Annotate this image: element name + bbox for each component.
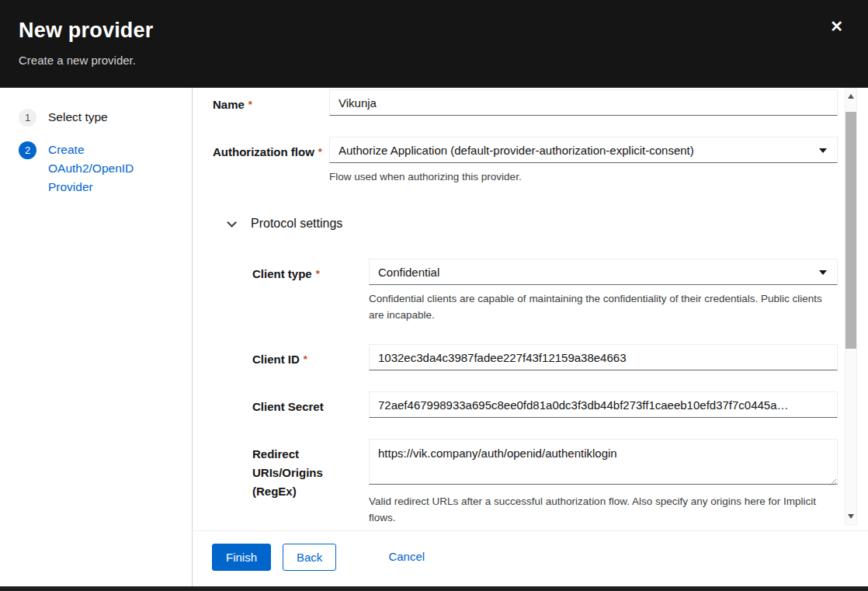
chevron-down-icon: [227, 217, 237, 228]
redirect-uris-textarea[interactable]: https://vik.company/auth/openid/authenti…: [369, 439, 838, 485]
step-label: Create OAuth2/OpenID Provider: [48, 141, 145, 196]
modal-title: New provider: [19, 19, 868, 43]
wizard-content: Name* Authorization flow* Authorize Appl…: [193, 88, 868, 586]
form-row-client-secret: Client Secret: [213, 391, 838, 418]
name-label: Name*: [213, 89, 329, 116]
form-row-client-id: Client ID*: [213, 344, 838, 370]
authorization-flow-select[interactable]: Authorize Application (default-provider-…: [329, 137, 838, 163]
client-id-input[interactable]: [369, 344, 838, 370]
close-button[interactable]: ✕: [830, 19, 843, 34]
client-secret-input[interactable]: [369, 391, 838, 418]
protocol-settings-toggle[interactable]: Protocol settings: [227, 217, 838, 231]
authorization-flow-help: Flow used when authorizing this provider…: [329, 169, 838, 185]
required-asterisk: *: [316, 268, 320, 280]
form-row-name: Name*: [213, 89, 838, 116]
form-row-client-type: Client type* Confidential Confidential c…: [213, 259, 838, 323]
page-backdrop: [0, 586, 868, 591]
wizard-step-select-type[interactable]: 1 Select type: [19, 108, 179, 127]
authorization-flow-label: Authorization flow*: [213, 137, 329, 185]
step-number-badge: 2: [19, 141, 36, 159]
cancel-button[interactable]: Cancel: [385, 544, 428, 569]
required-asterisk: *: [318, 146, 322, 158]
dropdown-caret-icon: [819, 270, 827, 275]
dropdown-caret-icon: [819, 148, 827, 153]
client-type-label: Client type*: [252, 259, 369, 323]
finish-button[interactable]: Finish: [212, 544, 271, 571]
step-label: Select type: [48, 108, 108, 127]
back-button[interactable]: Back: [283, 544, 336, 571]
scrollbar-down-arrow-icon[interactable]: [848, 514, 854, 519]
scrollbar[interactable]: [845, 88, 857, 525]
selected-option: Confidential: [378, 266, 439, 279]
modal-header: New provider Create a new provider. ✕: [0, 0, 868, 88]
step-number-badge: 1: [19, 109, 36, 127]
scrollbar-thumb[interactable]: [845, 112, 856, 349]
close-icon: ✕: [830, 18, 843, 35]
client-type-help: Confidential clients are capable of main…: [369, 290, 838, 323]
name-input[interactable]: [329, 89, 838, 116]
form-row-redirect-uris: Redirect URIs/Origins (RegEx) https://vi…: [213, 439, 838, 526]
wizard-sidebar: 1 Select type 2 Create OAuth2/OpenID Pro…: [0, 88, 193, 586]
required-asterisk: *: [304, 353, 307, 365]
selected-option: Authorize Application (default-provider-…: [339, 144, 694, 157]
redirect-uris-help: Valid redirect URLs after a successful a…: [369, 493, 838, 526]
client-id-label: Client ID*: [252, 344, 369, 370]
scrollbar-up-arrow-icon[interactable]: [848, 94, 854, 99]
wizard-step-create-provider[interactable]: 2 Create OAuth2/OpenID Provider: [19, 141, 179, 196]
required-asterisk: *: [248, 99, 252, 110]
protocol-settings-title: Protocol settings: [251, 217, 342, 231]
new-provider-modal: New provider Create a new provider. ✕ 1 …: [0, 0, 868, 591]
modal-subtitle: Create a new provider.: [19, 54, 868, 67]
client-type-select[interactable]: Confidential: [369, 259, 838, 285]
redirect-uris-label: Redirect URIs/Origins (RegEx): [252, 439, 369, 526]
provider-form: Name* Authorization flow* Authorize Appl…: [193, 88, 868, 526]
form-row-authorization-flow: Authorization flow* Authorize Applicatio…: [213, 137, 838, 185]
wizard-footer: Finish Back Cancel: [193, 530, 868, 586]
client-secret-label: Client Secret: [252, 391, 369, 418]
